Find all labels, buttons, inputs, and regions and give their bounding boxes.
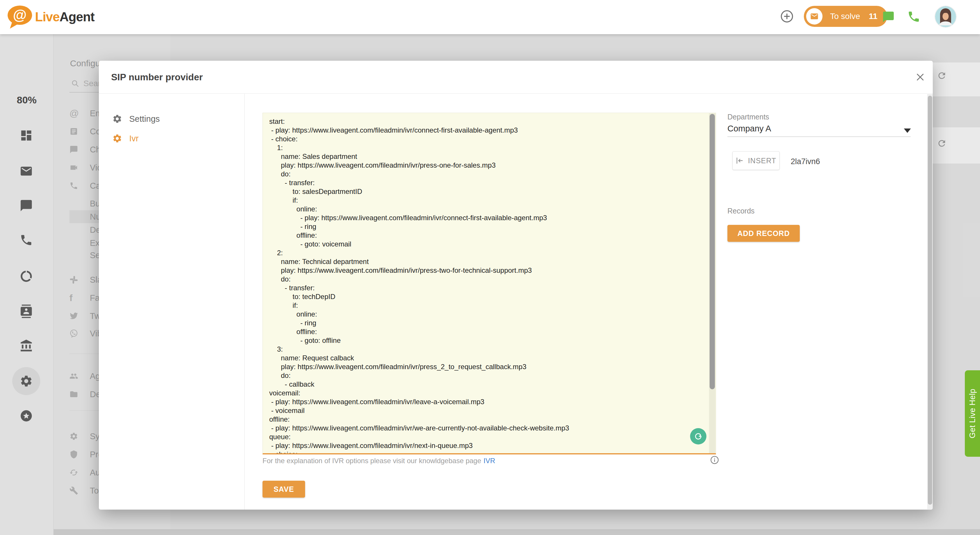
insert-button-label: INSERT [748,157,776,165]
add-new-button[interactable] [780,10,794,23]
insert-button[interactable]: INSERT [732,151,780,170]
logo-bubble-icon: @ [5,4,33,30]
ivr-knowledgebase-link[interactable]: IVR [484,457,495,465]
ivr-config-text: start: - play: https://www.liveagent.com… [263,113,716,454]
phone-icon [907,10,921,23]
save-button[interactable]: SAVE [262,481,305,498]
departments-label: Departments [727,113,769,121]
envelope-icon [806,8,822,24]
modal-nav-settings-label: Settings [129,114,160,124]
get-live-help-tab[interactable]: Get Live Help [965,370,980,457]
modal-title: SIP number provider [111,72,203,83]
ivr-help-note: For the explanation of IVR options pleas… [262,457,495,465]
gear-icon [112,133,122,144]
sip-number-provider-modal: SIP number provider Settings Ivr start: … [99,61,933,509]
brand-live: Live [35,10,59,24]
modal-nav-divider [244,94,245,509]
modal-nav-ivr-label: Ivr [129,134,138,144]
app-root: 80% Configur Sear @EmCoChVidCaBuNuDeExtS… [0,0,980,535]
insert-tab-icon [736,157,744,165]
chats-button[interactable] [882,11,895,23]
ivr-config-textarea[interactable]: start: - play: https://www.liveagent.com… [262,113,716,454]
modal-nav-settings[interactable]: Settings [112,112,160,125]
departments-select[interactable]: Company A [727,124,771,133]
ivr-help-note-text: For the explanation of IVR options pleas… [262,457,481,465]
to-solve-label: To solve [830,12,860,21]
plus-circle-icon [780,10,794,23]
to-solve-count: 11 [869,12,878,21]
modal-scrollbar-thumb[interactable] [928,96,932,505]
chevron-down-icon[interactable] [904,128,911,133]
insert-code-value: 2la7ivn6 [791,157,820,166]
chat-bubble-icon [882,11,895,23]
to-solve-button[interactable]: To solve 11 [804,6,887,27]
get-live-help-label: Get Live Help [968,389,977,438]
modal-header: SIP number provider [99,61,933,94]
records-label: Records [727,207,754,215]
info-icon[interactable] [710,455,719,464]
liveagent-logo[interactable]: @ LiveAgent [5,4,94,30]
gear-icon [112,114,122,124]
svg-text:@: @ [13,7,27,23]
modal-nav-ivr[interactable]: Ivr [112,132,138,145]
close-button[interactable] [915,71,926,83]
grammarly-icon[interactable] [690,428,706,444]
brand-agent: Agent [59,10,94,24]
departments-select-underline [727,136,911,137]
avatar[interactable] [935,6,956,27]
close-icon [915,71,926,83]
add-record-button[interactable]: ADD RECORD [727,225,800,242]
ivr-scrollbar-thumb[interactable] [710,114,715,389]
calls-button[interactable] [907,10,921,23]
top-bar: @ LiveAgent To solve 11 [0,0,980,34]
